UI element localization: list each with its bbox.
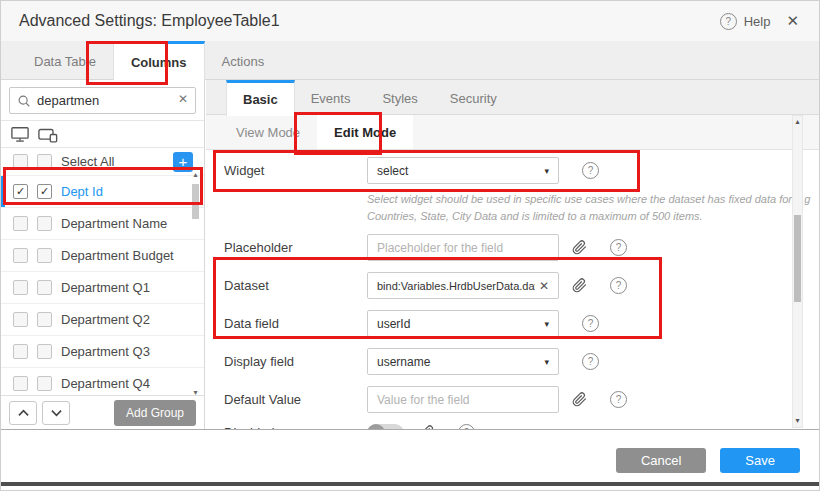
default-value-input[interactable] [367,386,559,413]
widget-select-value: select [377,164,408,178]
checkbox-view[interactable] [13,376,28,391]
checkbox-view[interactable] [13,154,28,169]
tab-view-mode[interactable]: View Mode [219,115,317,149]
move-up-button[interactable] [9,401,37,425]
select-all-label: Select All [61,154,114,169]
checkbox-view[interactable] [13,344,28,359]
scroll-up-icon[interactable]: ▴ [191,171,200,179]
scroll-up-icon[interactable]: ▴ [793,117,802,127]
select-all-row[interactable]: Select All + [1,148,204,176]
search-clear-icon[interactable]: ✕ [178,92,188,106]
default-value-row: Default Value ? [224,386,819,413]
data-field-select[interactable]: userId ▾ [367,310,559,337]
scrollbar-thumb[interactable] [794,215,801,302]
help-icon[interactable]: ? [582,315,599,332]
chevron-down-icon: ▾ [544,166,549,176]
tab-columns[interactable]: Columns [113,41,205,81]
widget-select[interactable]: select ▾ [367,157,559,184]
checkbox-edit[interactable] [37,154,52,169]
advanced-settings-dialog: Advanced Settings: EmployeeTable1 ? Help… [0,0,820,491]
checkbox-view[interactable] [13,312,28,327]
checkbox-edit[interactable] [37,216,52,231]
list-item-label: Department Q1 [61,280,150,295]
checkbox-edit[interactable] [37,312,52,327]
list-item[interactable]: Department Q2 [1,304,204,336]
placeholder-label: Placeholder [224,240,367,255]
help-icon[interactable]: ? [720,13,737,30]
tab-actions[interactable]: Actions [205,41,282,79]
add-column-button[interactable]: + [173,152,193,172]
checkbox-view[interactable] [13,280,28,295]
help-link[interactable]: Help [744,14,771,29]
checkbox-view[interactable] [13,216,28,231]
checkbox-view[interactable]: ✓ [13,184,28,199]
list-item[interactable]: Department Name [1,208,204,240]
list-item-label: Department Q2 [61,312,150,327]
tab-data-table[interactable]: Data Table [17,41,113,79]
checkbox-view[interactable] [13,248,28,263]
list-item[interactable]: Department Q3 [1,336,204,368]
list-item-label: Department Q3 [61,344,150,359]
list-item-label: Department Q4 [61,376,150,391]
dataset-row: Dataset bind:Variables.HrdbUserData.data… [224,272,819,299]
scroll-down-icon[interactable]: ▾ [793,416,802,426]
bind-link-icon[interactable] [572,278,587,293]
edit-mode-form: Widget select ▾ ? Select widget should b… [206,150,819,429]
list-item-label: Dept Id [61,184,103,199]
display-field-value: username [377,355,430,369]
column-search: ✕ [1,80,204,121]
chevron-down-icon: ▾ [544,357,549,367]
data-field-row: Data field userId ▾ ? [224,310,819,337]
dataset-label: Dataset [224,278,367,293]
checkbox-edit[interactable] [37,280,52,295]
display-field-select[interactable]: username ▾ [367,348,559,375]
device-toggle-row [1,121,204,148]
chevron-down-icon: ▾ [544,319,549,329]
column-settings-panel: Basic Events Styles Security View Mode E… [206,80,819,429]
help-icon[interactable]: ? [582,353,599,370]
scrollbar-thumb[interactable] [192,184,199,219]
tab-styles[interactable]: Styles [366,80,433,114]
dataset-input[interactable]: bind:Variables.HrdbUserData.dataSet ✕ [367,272,559,299]
close-icon[interactable]: ✕ [786,12,799,30]
sidebar-scrollbar[interactable]: ▴ ▾ [191,171,200,397]
mode-tab-bar: View Mode Edit Mode [206,115,819,150]
move-down-button[interactable] [42,401,70,425]
help-icon[interactable]: ? [582,162,599,179]
settings-tab-bar: Basic Events Styles Security [206,80,819,115]
list-item-dept-id[interactable]: ✓ ✓ Dept Id [1,176,204,208]
checkbox-edit[interactable]: ✓ [37,184,52,199]
help-icon[interactable]: ? [610,391,627,408]
window-bottom-edge [1,482,819,486]
checkbox-edit[interactable] [37,248,52,263]
tab-security[interactable]: Security [434,80,513,114]
display-field-row: Display field username ▾ ? [224,348,819,375]
checkbox-edit[interactable] [37,344,52,359]
bind-link-icon[interactable] [572,392,587,407]
clear-binding-icon[interactable]: ✕ [535,279,549,293]
tab-edit-mode[interactable]: Edit Mode [317,115,413,149]
search-icon [17,94,31,112]
help-icon[interactable]: ? [610,239,627,256]
list-item[interactable]: Department Budget [1,240,204,272]
display-field-label: Display field [224,354,367,369]
add-group-button[interactable]: Add Group [114,400,196,426]
save-button[interactable]: Save [720,448,800,473]
dataset-value: bind:Variables.HrdbUserData.dataSet [377,280,535,292]
column-list: Select All + ✓ ✓ Dept Id Department Name… [1,148,204,400]
tablet-mobile-icon[interactable] [38,127,58,143]
tab-basic[interactable]: Basic [226,80,295,116]
bind-link-icon[interactable] [572,240,587,255]
placeholder-row: Placeholder ? [224,234,819,261]
desktop-icon[interactable] [11,126,29,143]
columns-sidebar: ✕ Select All + ✓ ✓ Dept Id [1,80,205,429]
selected-indicator [1,176,5,207]
panel-scrollbar[interactable]: ▴ ▾ [792,115,803,428]
tab-events[interactable]: Events [295,80,367,114]
help-icon[interactable]: ? [610,277,627,294]
checkbox-edit[interactable] [37,376,52,391]
cancel-button[interactable]: Cancel [616,448,706,473]
search-input[interactable] [9,87,196,114]
list-item[interactable]: Department Q1 [1,272,204,304]
placeholder-input[interactable] [367,234,559,261]
